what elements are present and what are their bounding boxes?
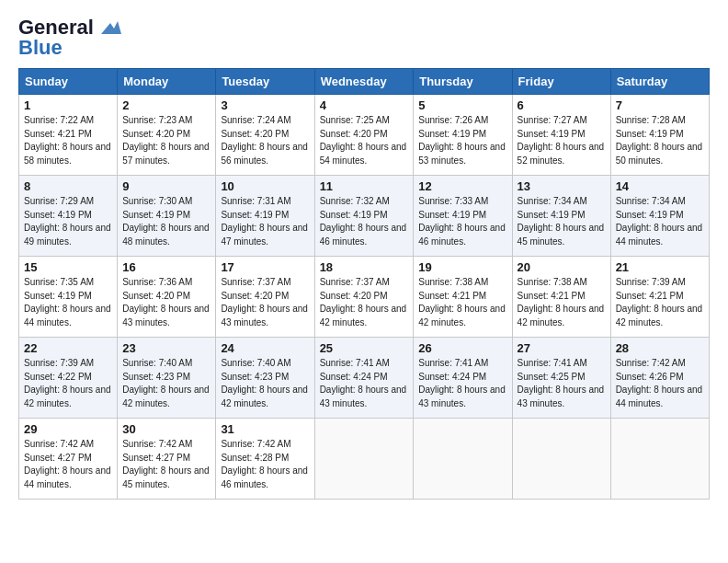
day-info: Sunrise: 7:41 AMSunset: 4:25 PMDaylight:… [518, 357, 606, 410]
calendar-cell: 1Sunrise: 7:22 AMSunset: 4:21 PMDaylight… [19, 95, 118, 176]
calendar-cell: 14Sunrise: 7:34 AMSunset: 4:19 PMDayligh… [610, 176, 709, 257]
weekday-header-saturday: Saturday [610, 69, 709, 95]
day-number: 16 [122, 260, 210, 274]
header: General Blue [18, 17, 710, 59]
day-info: Sunrise: 7:32 AMSunset: 4:19 PMDaylight:… [320, 195, 409, 248]
logo: General Blue [18, 17, 121, 59]
calendar-cell: 27Sunrise: 7:41 AMSunset: 4:25 PMDayligh… [512, 338, 610, 419]
calendar-cell: 25Sunrise: 7:41 AMSunset: 4:24 PMDayligh… [314, 338, 414, 419]
day-info: Sunrise: 7:39 AMSunset: 4:21 PMDaylight:… [616, 276, 704, 329]
day-info: Sunrise: 7:26 AMSunset: 4:19 PMDaylight:… [418, 114, 506, 167]
day-info: Sunrise: 7:39 AMSunset: 4:22 PMDaylight:… [24, 357, 112, 410]
day-number: 9 [122, 179, 210, 193]
day-number: 25 [320, 341, 409, 355]
day-info: Sunrise: 7:34 AMSunset: 4:19 PMDaylight:… [616, 195, 704, 248]
day-number: 1 [24, 98, 112, 112]
day-number: 7 [616, 98, 704, 112]
day-number: 31 [221, 422, 309, 436]
day-number: 4 [320, 98, 409, 112]
day-info: Sunrise: 7:27 AMSunset: 4:19 PMDaylight:… [518, 114, 606, 167]
day-info: Sunrise: 7:38 AMSunset: 4:21 PMDaylight:… [518, 276, 606, 329]
calendar-cell: 7Sunrise: 7:28 AMSunset: 4:19 PMDaylight… [610, 95, 709, 176]
calendar-cell: 3Sunrise: 7:24 AMSunset: 4:20 PMDaylight… [216, 95, 314, 176]
calendar-cell: 2Sunrise: 7:23 AMSunset: 4:20 PMDaylight… [118, 95, 216, 176]
calendar-cell: 20Sunrise: 7:38 AMSunset: 4:21 PMDayligh… [512, 257, 610, 338]
day-info: Sunrise: 7:29 AMSunset: 4:19 PMDaylight:… [24, 195, 112, 248]
day-number: 30 [122, 422, 210, 436]
day-number: 20 [518, 260, 606, 274]
weekday-header-friday: Friday [512, 69, 610, 95]
day-info: Sunrise: 7:30 AMSunset: 4:19 PMDaylight:… [122, 195, 210, 248]
calendar-cell: 15Sunrise: 7:35 AMSunset: 4:19 PMDayligh… [19, 257, 118, 338]
logo-bird-icon [101, 21, 121, 36]
day-number: 28 [616, 341, 704, 355]
day-number: 13 [518, 179, 606, 193]
day-number: 15 [24, 260, 112, 274]
weekday-header-monday: Monday [118, 69, 216, 95]
day-info: Sunrise: 7:33 AMSunset: 4:19 PMDaylight:… [418, 195, 506, 248]
calendar-cell [314, 419, 414, 500]
day-number: 6 [518, 98, 606, 112]
day-info: Sunrise: 7:36 AMSunset: 4:20 PMDaylight:… [122, 276, 210, 329]
calendar-cell: 31Sunrise: 7:42 AMSunset: 4:28 PMDayligh… [216, 419, 314, 500]
day-number: 26 [418, 341, 506, 355]
calendar-cell: 21Sunrise: 7:39 AMSunset: 4:21 PMDayligh… [610, 257, 709, 338]
calendar-cell: 11Sunrise: 7:32 AMSunset: 4:19 PMDayligh… [314, 176, 414, 257]
day-info: Sunrise: 7:41 AMSunset: 4:24 PMDaylight:… [418, 357, 506, 410]
day-number: 27 [518, 341, 606, 355]
day-number: 21 [616, 260, 704, 274]
day-number: 10 [221, 179, 309, 193]
calendar-cell: 30Sunrise: 7:42 AMSunset: 4:27 PMDayligh… [118, 419, 216, 500]
calendar-cell: 23Sunrise: 7:40 AMSunset: 4:23 PMDayligh… [118, 338, 216, 419]
day-number: 3 [221, 98, 309, 112]
day-info: Sunrise: 7:42 AMSunset: 4:27 PMDaylight:… [122, 438, 210, 491]
day-info: Sunrise: 7:28 AMSunset: 4:19 PMDaylight:… [616, 114, 704, 167]
weekday-header-tuesday: Tuesday [216, 69, 314, 95]
day-info: Sunrise: 7:37 AMSunset: 4:20 PMDaylight:… [320, 276, 409, 329]
calendar-cell: 29Sunrise: 7:42 AMSunset: 4:27 PMDayligh… [19, 419, 118, 500]
calendar-cell: 18Sunrise: 7:37 AMSunset: 4:20 PMDayligh… [314, 257, 414, 338]
calendar-cell: 16Sunrise: 7:36 AMSunset: 4:20 PMDayligh… [118, 257, 216, 338]
day-info: Sunrise: 7:42 AMSunset: 4:27 PMDaylight:… [24, 438, 112, 491]
calendar-cell: 24Sunrise: 7:40 AMSunset: 4:23 PMDayligh… [216, 338, 314, 419]
calendar-cell: 6Sunrise: 7:27 AMSunset: 4:19 PMDaylight… [512, 95, 610, 176]
calendar-cell [512, 419, 610, 500]
calendar-cell: 19Sunrise: 7:38 AMSunset: 4:21 PMDayligh… [414, 257, 512, 338]
calendar-cell [610, 419, 709, 500]
day-number: 14 [616, 179, 704, 193]
day-info: Sunrise: 7:35 AMSunset: 4:19 PMDaylight:… [24, 276, 112, 329]
calendar-cell: 4Sunrise: 7:25 AMSunset: 4:20 PMDaylight… [314, 95, 414, 176]
calendar-cell: 8Sunrise: 7:29 AMSunset: 4:19 PMDaylight… [19, 176, 118, 257]
calendar-cell: 10Sunrise: 7:31 AMSunset: 4:19 PMDayligh… [216, 176, 314, 257]
day-number: 22 [24, 341, 112, 355]
day-info: Sunrise: 7:34 AMSunset: 4:19 PMDaylight:… [518, 195, 606, 248]
day-number: 17 [221, 260, 309, 274]
weekday-header-thursday: Thursday [414, 69, 512, 95]
day-number: 2 [122, 98, 210, 112]
logo-blue: Blue [18, 37, 63, 59]
day-number: 12 [418, 179, 506, 193]
day-info: Sunrise: 7:41 AMSunset: 4:24 PMDaylight:… [320, 357, 409, 410]
day-number: 8 [24, 179, 112, 193]
calendar-cell: 28Sunrise: 7:42 AMSunset: 4:26 PMDayligh… [610, 338, 709, 419]
day-number: 18 [320, 260, 409, 274]
day-info: Sunrise: 7:42 AMSunset: 4:28 PMDaylight:… [221, 438, 309, 491]
calendar-cell: 5Sunrise: 7:26 AMSunset: 4:19 PMDaylight… [414, 95, 512, 176]
day-info: Sunrise: 7:22 AMSunset: 4:21 PMDaylight:… [24, 114, 112, 167]
day-info: Sunrise: 7:42 AMSunset: 4:26 PMDaylight:… [616, 357, 704, 410]
calendar-cell: 17Sunrise: 7:37 AMSunset: 4:20 PMDayligh… [216, 257, 314, 338]
calendar-cell: 13Sunrise: 7:34 AMSunset: 4:19 PMDayligh… [512, 176, 610, 257]
day-number: 11 [320, 179, 409, 193]
day-info: Sunrise: 7:24 AMSunset: 4:20 PMDaylight:… [221, 114, 309, 167]
day-number: 5 [418, 98, 506, 112]
calendar-cell: 26Sunrise: 7:41 AMSunset: 4:24 PMDayligh… [414, 338, 512, 419]
calendar-cell: 9Sunrise: 7:30 AMSunset: 4:19 PMDaylight… [118, 176, 216, 257]
day-info: Sunrise: 7:23 AMSunset: 4:20 PMDaylight:… [122, 114, 210, 167]
calendar-cell: 22Sunrise: 7:39 AMSunset: 4:22 PMDayligh… [19, 338, 118, 419]
calendar-cell: 12Sunrise: 7:33 AMSunset: 4:19 PMDayligh… [414, 176, 512, 257]
day-number: 29 [24, 422, 112, 436]
day-info: Sunrise: 7:38 AMSunset: 4:21 PMDaylight:… [418, 276, 506, 329]
svg-marker-0 [101, 21, 121, 34]
calendar-cell [414, 419, 512, 500]
calendar-table: SundayMondayTuesdayWednesdayThursdayFrid… [18, 68, 710, 500]
